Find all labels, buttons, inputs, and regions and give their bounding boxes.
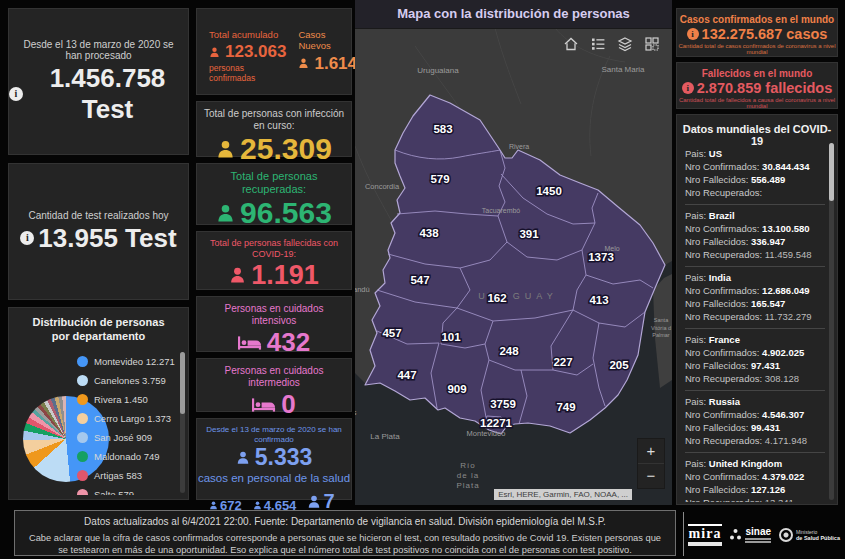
deceased-value: 1.191	[251, 260, 319, 291]
person-icon	[298, 58, 309, 69]
zoom-out-button[interactable]: −	[638, 464, 664, 488]
legend-list-icon[interactable]	[590, 36, 606, 52]
panel-deceased: Total de personas fallecidas con COVID-1…	[196, 231, 352, 290]
department-value-label: 227	[553, 356, 572, 368]
legend-item[interactable]: Artigas 583	[77, 466, 176, 485]
legend-item[interactable]: Salto 579	[77, 485, 176, 495]
home-icon[interactable]	[563, 36, 579, 52]
map-place-label: Plata	[456, 481, 479, 490]
map-place-label: Tacuarembó	[482, 207, 521, 214]
legend-scrollbar[interactable]	[180, 352, 185, 493]
panel-world-data: Datos mundiales del COVID-19 Pais: USNro…	[676, 114, 838, 505]
country-row: Pais: FranceNro Confirmados: 4.902.025Nr…	[685, 329, 825, 391]
panel-tests-processed: Desde el 13 de marzo de 2020 se han proc…	[8, 8, 189, 155]
legend-item[interactable]: Montevideo 12.271	[77, 352, 176, 371]
world-scrollbar-thumb[interactable]	[829, 143, 834, 201]
world-deaths-value: 2.870.859 fallecidos	[697, 80, 832, 96]
in-course-value: 25.309	[240, 132, 332, 166]
person-icon	[253, 501, 262, 510]
department-value-label: 162	[487, 292, 506, 304]
legend-label: Salto 579	[94, 489, 134, 495]
world-confirmed-title: Casos confirmados en el mundo	[677, 9, 837, 25]
panel-recovered: Total de personas recuperadas: 96.563	[196, 163, 352, 225]
department-value-label: 101	[441, 331, 461, 343]
legend-scrollbar-thumb[interactable]	[180, 352, 185, 414]
world-deaths-title: Fallecidos en el mundo	[677, 63, 837, 79]
legend-color-dot	[77, 413, 88, 424]
tests-today-value: 13.955 Test	[38, 223, 176, 254]
mira-logo-text: mira	[688, 527, 722, 541]
health-subtitle: casos en personal de la salud	[197, 472, 351, 484]
legend-color-dot	[77, 394, 88, 405]
legend-item[interactable]: San José 909	[77, 428, 176, 447]
deceased-title: Total de personas fallecidas con COVID-1…	[197, 232, 351, 260]
map-place-label: Rivera	[509, 143, 529, 150]
legend-item[interactable]: Cerro Largo 1.373	[77, 409, 176, 428]
new-cases-title: Casos Nuevos	[286, 29, 357, 54]
legend-label: Rivera 1.450	[94, 394, 148, 405]
legend-item[interactable]: Canelones 3.759	[77, 371, 176, 390]
layers-icon[interactable]	[617, 36, 633, 52]
world-scrollbar[interactable]	[829, 143, 834, 500]
world-deaths-subtitle: Cantidad total de fallecidos a causa del…	[677, 97, 837, 109]
person-icon	[307, 495, 321, 509]
department-value-label: 3759	[490, 398, 516, 410]
legend-label: Artigas 583	[94, 470, 142, 481]
department-value-label: 447	[397, 369, 416, 381]
legend-color-dot	[77, 470, 88, 481]
panel-world-deaths: Fallecidos en el mundo 2.870.859 falleci…	[676, 62, 838, 109]
sinae-logo-text: sinae	[745, 527, 771, 537]
msp-icon	[779, 528, 793, 542]
bed-icon	[238, 335, 262, 351]
map-title: Mapa con la distribución de personas	[355, 0, 672, 28]
department-legend: Montevideo 12.271Canelones 3.759Rivera 1…	[77, 352, 176, 495]
footer-updated: Datos actualizados al 6/4/2021 22:00. Fu…	[15, 516, 675, 527]
map-attribution: Esri, HERE, Garmin, FAO, NOAA, ...	[494, 489, 632, 500]
new-cases-block: Casos Nuevos 1.614	[286, 9, 357, 94]
department-value-label: 1373	[588, 251, 614, 263]
legend-label: Cerro Largo 1.373	[94, 413, 171, 424]
icu-title: Personas en cuidados intensivos	[197, 297, 351, 327]
info-icon	[9, 87, 23, 101]
basemap-icon[interactable]	[644, 36, 660, 52]
department-value-label: 438	[419, 227, 439, 239]
footer-divider	[683, 512, 684, 556]
map-zoom-control: + −	[637, 438, 665, 489]
panel-tests-today: Cantidad de test realizados hoy 13.955 T…	[8, 163, 189, 300]
world-confirmed-subtitle: Cantidad total de casos confirmados de c…	[677, 43, 837, 55]
legend-color-dot	[77, 451, 88, 462]
sinae-logo: sinae	[729, 527, 771, 543]
country-row: Pais: United KingdomNro Confirmados: 4.3…	[685, 453, 825, 502]
map-place-label: Vitória d	[651, 325, 671, 331]
panel-accumulated: Total acumulado 123.063 personas confirm…	[196, 8, 352, 95]
department-value-label: 413	[589, 294, 608, 306]
world-confirmed-value: 132.275.687 casos	[702, 26, 828, 42]
new-cases-value: 1.614	[314, 54, 357, 74]
legend-label: Montevideo 12.271	[94, 356, 175, 367]
department-value-label: 749	[556, 401, 575, 413]
bed-icon	[252, 397, 276, 413]
person-icon	[236, 451, 250, 465]
panel-in-course: Total de personas con infección en curso…	[196, 101, 352, 157]
accumulated-title: Total acumulado	[197, 29, 286, 42]
country-row: Pais: BrazilNro Confirmados: 13.100.580N…	[685, 205, 825, 267]
map-place-label: Uruguaiana	[417, 66, 459, 75]
legend-item[interactable]: Maldonado 749	[77, 447, 176, 466]
department-value-label: 579	[430, 173, 449, 185]
legend-label: Maldonado 749	[94, 451, 160, 462]
department-value-label: 583	[433, 123, 452, 135]
department-value-label: 909	[447, 383, 466, 395]
zoom-in-button[interactable]: +	[638, 439, 664, 464]
map-place-label: Santa Maria	[601, 65, 645, 74]
map-place-label: Santa	[654, 317, 669, 323]
info-icon	[682, 82, 694, 94]
tests-processed-label: Desde el 13 de marzo de 2020 se han proc…	[9, 39, 188, 61]
uruguay-map[interactable]: UruguaianaSanta MariaConcordiaRiveraTacu…	[355, 28, 672, 505]
legend-color-dot	[77, 356, 88, 367]
department-value-label: 248	[499, 345, 519, 357]
legend-item[interactable]: Rivera 1.450	[77, 390, 176, 409]
panel-intermediate: Personas en cuidados intermedios 0	[196, 358, 352, 412]
mira-logo: mira	[688, 524, 722, 546]
intermediate-title: Personas en cuidados intermedios	[197, 359, 351, 389]
footer-logos: mira sinae Ministerio de Salud Pública	[688, 510, 840, 559]
